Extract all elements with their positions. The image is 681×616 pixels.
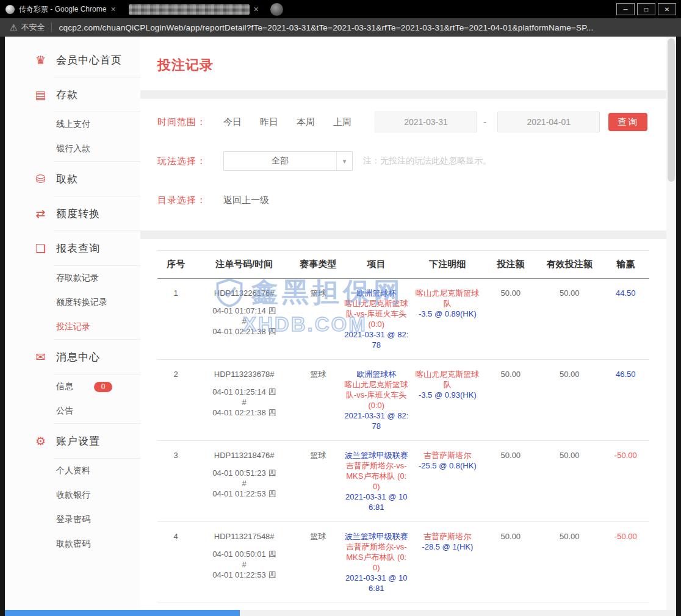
header-order-time: 注单号码/时间 — [194, 251, 294, 279]
quick-link-this-week[interactable]: 本周 — [297, 116, 315, 128]
site-favicon-icon — [5, 5, 15, 14]
url-text[interactable]: cqcp2.com/chuanQiCPLoginWeb/app/reportDe… — [59, 23, 594, 32]
sidebar-item-quota-transfer-records[interactable]: 额度转换记录 — [5, 290, 140, 315]
sidebar-item-label: 个人资料 — [56, 465, 90, 476]
match-teams: 吉普萨斯塔尔-vs-MKS卢布林队 (0:0) — [344, 542, 409, 573]
unread-count-badge: 0 — [94, 382, 112, 392]
directory-label: 目录选择： — [157, 195, 223, 206]
order-id: HDP113218476# — [196, 450, 292, 460]
sidebar-item-label: 公告 — [56, 406, 73, 417]
cell-order-time: HDP113181282# 03-31 23:34:41 四 # — [194, 603, 294, 611]
vertical-scrollbar-thumb[interactable] — [668, 38, 675, 182]
match-teams: 喀山尤尼克斯篮球队-vs-库班火车头 (0:0) — [344, 298, 409, 329]
sidebar-item-withdraw-password[interactable]: 取款密码 — [5, 532, 140, 556]
horizontal-scrollbar[interactable] — [5, 610, 676, 616]
sidebar-item-label: 线上支付 — [56, 119, 90, 130]
cell-win-loss: 77.00 — [602, 603, 649, 611]
warning-icon[interactable]: ⚠ — [10, 23, 18, 32]
deposit-icon: ▤ — [33, 88, 49, 102]
header-amount: 投注额 — [485, 251, 537, 279]
url-separator — [51, 23, 52, 32]
cell-valid-amount: 50.00 — [537, 441, 602, 522]
date-to-input[interactable]: 2021-04-01 — [497, 112, 600, 132]
sidebar-item-bank-deposit[interactable]: 银行入款 — [5, 137, 140, 161]
card-gap — [140, 231, 666, 239]
match-date-score: 2021-03-31 @ 106:81 — [344, 573, 409, 593]
sidebar-item-deposit-withdraw-records[interactable]: 存取款记录 — [5, 266, 140, 290]
quick-link-today[interactable]: 今日 — [223, 116, 242, 128]
sidebar-item-label: 额度转换记录 — [56, 297, 107, 308]
transfer-icon: ⇄ — [33, 207, 49, 221]
quick-link-last-week[interactable]: 上周 — [333, 116, 351, 128]
sidebar-item-label: 会员中心首页 — [56, 53, 122, 67]
browser-titlebar: 传奇彩票 - Google Chrome × × ─ □ ✕ — [0, 0, 681, 18]
quick-link-yesterday[interactable]: 昨日 — [260, 116, 278, 128]
sidebar-item-withdraw[interactable]: ⛁ 取款 — [5, 162, 140, 196]
maximize-button[interactable]: □ — [637, 3, 655, 15]
bet-odds: -25.5 @ 0.8(HK) — [413, 460, 483, 471]
sidebar-item-quota-transfer[interactable]: ⇄ 额度转换 — [5, 196, 140, 231]
cell-win-loss: -50.00 — [602, 441, 649, 522]
bet-table-card: 序号 注单号码/时间 赛事类型 项目 下注明细 投注额 有效投注额 输赢 1 H… — [140, 239, 666, 610]
sidebar-item-online-payment[interactable]: 线上支付 — [5, 112, 140, 137]
search-button[interactable]: 查询 — [608, 113, 647, 131]
order-time-2: 04-01 02:21:38 四 — [196, 326, 292, 337]
sidebar-item-label: 存取款记录 — [56, 273, 99, 284]
sidebar-item-label: 登录密码 — [56, 514, 90, 525]
sidebar-item-login-password[interactable]: 登录密码 — [5, 507, 140, 532]
order-time-2: 04-01 02:21:38 四 — [196, 407, 292, 418]
minimize-button[interactable]: ─ — [616, 3, 635, 15]
table-body: 1 HDP113226176# 04-01 01:07:14 四 # 04-01… — [157, 279, 649, 611]
withdraw-icon: ⛁ — [33, 172, 49, 186]
sidebar-item-announcements[interactable]: 公告 — [5, 399, 140, 423]
close-button[interactable]: ✕ — [658, 3, 676, 15]
bet-odds: -28.5 @ 1(HK) — [413, 542, 483, 552]
sidebar-item-receiving-bank[interactable]: 收款银行 — [5, 483, 140, 507]
sidebar-item-label: 报表查询 — [56, 242, 100, 256]
tab-close-icon[interactable]: × — [110, 5, 115, 13]
cell-sport: 篮球 — [294, 279, 342, 360]
order-id: HDP113233678# — [196, 369, 292, 379]
cell-item: 欧洲篮球杯 喀山尤尼克斯篮球队-vs-库班火车头 (0:0) 2021-03-3… — [342, 279, 411, 360]
time-range-label: 时间范围： — [157, 116, 223, 128]
sidebar-item-message-center[interactable]: ✉ 消息中心 — [5, 340, 140, 374]
sidebar-item-bet-records[interactable]: 投注记录 — [5, 315, 140, 339]
bet-odds: -3.5 @ 0.93(HK) — [413, 390, 483, 400]
blurred-tab[interactable] — [129, 4, 250, 15]
cell-bet-detail: 普罗米修斯帕特拉斯队 -5.5 @ 0.77(HK) — [411, 603, 485, 611]
sidebar-item-label: 取款密码 — [56, 539, 90, 550]
sidebar-item-report-query[interactable]: ❏ 报表查询 — [5, 231, 140, 265]
main-content: 投注记录 时间范围： 今日 昨日 本周 上周 2021-03-31 - 2021… — [140, 37, 666, 610]
window-frame-right — [676, 37, 681, 616]
sidebar-item-label: 银行入款 — [56, 143, 90, 154]
table-row: 1 HDP113226176# 04-01 01:07:14 四 # 04-01… — [157, 279, 649, 360]
order-hash: # — [196, 559, 292, 570]
sidebar-item-label: 消息中心 — [56, 350, 100, 364]
cell-win-loss: 44.50 — [602, 279, 649, 360]
sidebar-item-account-settings[interactable]: ⚙ 账户设置 — [5, 424, 140, 458]
bet-odds: -3.5 @ 0.89(HK) — [413, 309, 483, 319]
tab-close-icon[interactable]: × — [254, 5, 259, 13]
address-bar[interactable]: ⚠ 不安全 cqcp2.com/chuanQiCPLoginWeb/app/re… — [0, 18, 681, 37]
order-time-2: 04-01 01:22:53 四 — [196, 570, 292, 580]
date-from-input[interactable]: 2021-03-31 — [375, 112, 477, 132]
bet-team: 喀山尤尼克斯篮球队 — [413, 369, 483, 390]
play-type-select[interactable]: 全部 ▾ — [223, 151, 353, 171]
league-name: 欧洲篮球杯 — [344, 288, 409, 298]
vertical-scrollbar[interactable] — [666, 37, 676, 610]
horizontal-scrollbar-thumb[interactable] — [5, 610, 240, 616]
sidebar-item-member-center-home[interactable]: ♛ 会员中心首页 — [5, 43, 140, 77]
sidebar-item-label: 信息 — [56, 381, 73, 392]
play-type-label: 玩法选择： — [157, 156, 223, 167]
sidebar-item-profile[interactable]: 个人资料 — [5, 459, 140, 483]
header-valid-amount: 有效投注额 — [537, 251, 602, 279]
cell-valid-amount: 50.00 — [537, 279, 602, 360]
back-up-level-link[interactable]: 返回上一级 — [223, 195, 269, 206]
sidebar-item-messages[interactable]: 信息 0 — [5, 374, 140, 399]
filter-card: 时间范围： 今日 昨日 本周 上周 2021-03-31 - 2021-04-0… — [140, 99, 666, 231]
time-range-row: 时间范围： 今日 昨日 本周 上周 2021-03-31 - 2021-04-0… — [157, 110, 649, 134]
not-secure-label[interactable]: 不安全 — [21, 22, 45, 33]
sidebar-item-deposit[interactable]: ▤ 存款 — [5, 77, 140, 112]
cell-sport: 篮球 — [294, 360, 342, 441]
blurred-avatar-icon[interactable] — [270, 3, 283, 16]
